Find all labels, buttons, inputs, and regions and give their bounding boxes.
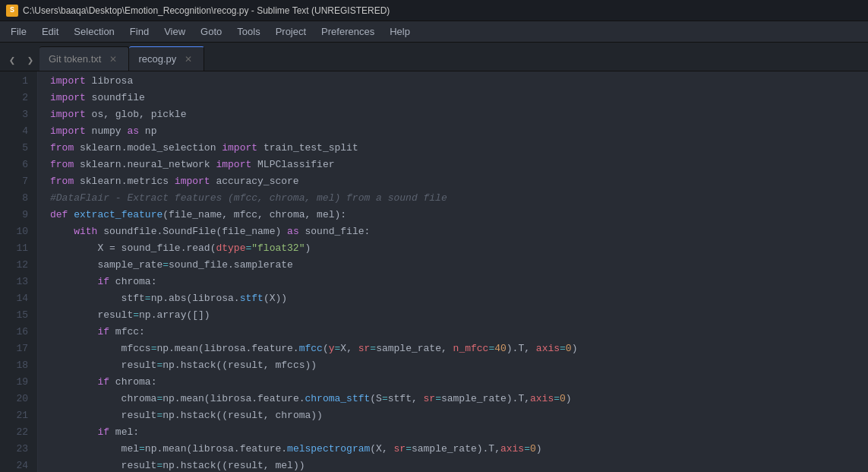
tab-bar: ❮ ❯ Git token.txt ✕ recog.py ✕ [0,43,868,71]
line-number-2: 2 [0,90,28,106]
line-number-23: 23 [0,441,28,458]
menu-item-selection[interactable]: Selection [66,23,122,40]
code-line-9: def extract_feature(file_name, mfcc, chr… [50,207,868,223]
menu-item-help[interactable]: Help [382,23,418,40]
code-line-4: import numpy as np [50,123,868,140]
menu-item-preferences[interactable]: Preferences [314,23,382,40]
code-line-10: with soundfile.SoundFile(file_name) as s… [50,223,868,240]
tab-prev-button[interactable]: ❮ [3,49,21,71]
code-line-5: from sklearn.model_selection import trai… [50,140,868,157]
line-number-21: 21 [0,407,28,424]
line-number-15: 15 [0,307,28,324]
menu-item-tools[interactable]: Tools [229,23,267,40]
line-number-18: 18 [0,357,28,374]
code-line-19: if chroma: [50,374,868,391]
code-line-13: if chroma: [50,274,868,290]
app-icon: S [6,5,18,17]
line-number-12: 12 [0,257,28,274]
code-line-3: import os, glob, pickle [50,106,868,123]
code-line-17: mfccs=np.mean(librosa.feature.mfcc(y=X, … [50,341,868,357]
menu-item-edit[interactable]: Edit [34,23,66,40]
menu-bar: FileEditSelectionFindViewGotoToolsProjec… [0,21,868,43]
line-numbers: 1234567891011121314151617181920212223242… [0,71,38,472]
menu-item-find[interactable]: Find [122,23,156,40]
code-line-12: sample_rate=sound_file.samplerate [50,257,868,274]
line-number-16: 16 [0,324,28,341]
editor: 1234567891011121314151617181920212223242… [0,71,868,472]
code-line-6: from sklearn.neural_network import MLPCl… [50,157,868,173]
line-number-17: 17 [0,341,28,357]
code-line-18: result=np.hstack((result, mfccs)) [50,357,868,374]
tab-recog-py[interactable]: recog.py ✕ [129,46,204,71]
line-number-20: 20 [0,391,28,407]
line-number-7: 7 [0,173,28,190]
code-line-1: import librosa [50,73,868,90]
code-line-2: import soundfile [50,90,868,106]
code-line-24: result=np.hstack((result, mel)) [50,458,868,472]
code-line-7: from sklearn.metrics import accuracy_sco… [50,173,868,190]
code-line-15: result=np.array([]) [50,307,868,324]
line-number-3: 3 [0,106,28,123]
menu-item-project[interactable]: Project [268,23,314,40]
code-line-14: stft=np.abs(librosa.stft(X)) [50,290,868,307]
code-line-16: if mfcc: [50,324,868,341]
line-number-14: 14 [0,290,28,307]
code-line-11: X = sound_file.read(dtype="float32") [50,240,868,257]
tab-recog-py-close[interactable]: ✕ [182,53,194,65]
tab-git-token-label: Git token.txt [49,53,101,65]
title-bar: S C:\Users\baaqa\Desktop\Emotion_Recogni… [0,0,868,21]
line-number-8: 8 [0,190,28,207]
tab-recog-py-label: recog.py [138,53,176,65]
line-number-24: 24 [0,458,28,472]
window-title: C:\Users\baaqa\Desktop\Emotion_Recogniti… [23,5,390,16]
code-line-22: if mel: [50,424,868,441]
code-line-8: #DataFlair - Extract features (mfcc, chr… [50,190,868,207]
line-number-11: 11 [0,240,28,257]
tab-git-token[interactable]: Git token.txt ✕ [39,46,129,71]
menu-item-goto[interactable]: Goto [193,23,229,40]
menu-item-file[interactable]: File [3,23,34,40]
line-number-19: 19 [0,374,28,391]
code-area[interactable]: import librosaimport soundfileimport os,… [38,71,868,472]
line-number-5: 5 [0,140,28,157]
menu-item-view[interactable]: View [156,23,193,40]
code-line-20: chroma=np.mean(librosa.feature.chroma_st… [50,391,868,407]
line-number-9: 9 [0,207,28,223]
line-number-22: 22 [0,424,28,441]
line-number-6: 6 [0,157,28,173]
line-number-4: 4 [0,123,28,140]
code-line-21: result=np.hstack((result, chroma)) [50,407,868,424]
tab-git-token-close[interactable]: ✕ [107,53,119,65]
line-number-13: 13 [0,274,28,290]
line-number-10: 10 [0,223,28,240]
line-number-1: 1 [0,73,28,90]
code-line-23: mel=np.mean(librosa.feature.melspectrogr… [50,441,868,458]
tab-next-button[interactable]: ❯ [21,49,39,71]
